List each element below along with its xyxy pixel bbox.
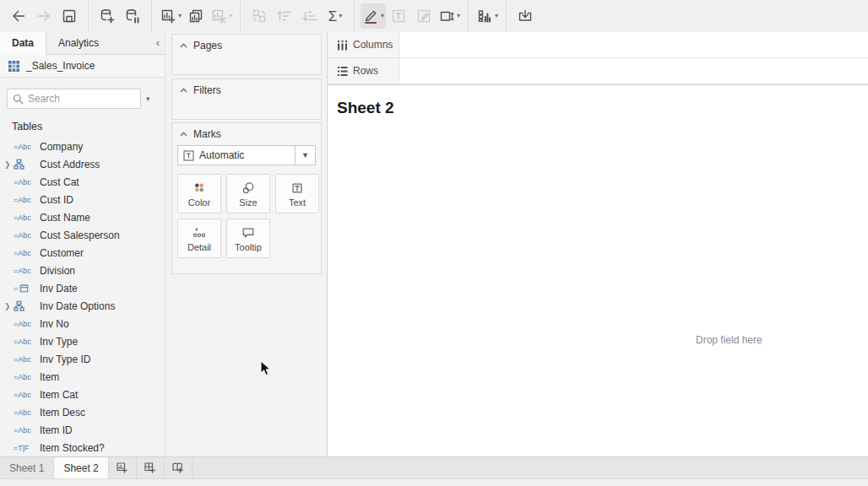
datasource-name: _Sales_Invoice: [26, 60, 95, 72]
rows-shelf[interactable]: Rows: [328, 58, 868, 84]
color-marks-icon: [192, 181, 207, 196]
field-item-cust-name[interactable]: =AbcCust Name: [0, 208, 165, 226]
field-name: Item Cat: [40, 389, 78, 401]
field-name: Item: [40, 371, 59, 383]
field-name: Cust Name: [40, 212, 90, 224]
mark-type-caret[interactable]: ▼: [295, 146, 315, 165]
field-item-cust-id[interactable]: =AbcCust ID: [0, 191, 165, 208]
field-item-inv-type-id[interactable]: =AbcInv Type ID: [0, 350, 165, 368]
columns-shelf[interactable]: Columns: [328, 32, 868, 58]
new-worksheet-button[interactable]: ▾: [158, 3, 183, 29]
detail-marks-icon: [192, 225, 207, 240]
bottom-strip: [0, 478, 868, 486]
format-button[interactable]: [411, 3, 437, 29]
text-mark-type-icon: [183, 150, 194, 161]
mark-type-value: Automatic: [199, 149, 244, 161]
field-item-inv-type[interactable]: =AbcInv Type: [0, 332, 165, 350]
sort-descending-button[interactable]: [297, 3, 323, 29]
color-button[interactable]: Color: [177, 174, 221, 213]
back-button[interactable]: [6, 3, 31, 29]
swap-rows-columns-button[interactable]: [247, 3, 272, 29]
cards-panel: Pages Filters Marks Automatic ▼ ColorSiz…: [165, 32, 328, 456]
hierarchy-icon: [14, 159, 40, 170]
field-item-cust-salesperson[interactable]: =AbcCust Salesperson: [0, 226, 165, 244]
calc-bool-icon: =T|F: [14, 444, 40, 452]
field-item-inv-no[interactable]: =AbcInv No: [0, 315, 165, 332]
forward-button[interactable]: [31, 3, 57, 29]
new-data-source-button[interactable]: [95, 3, 120, 29]
save-button[interactable]: [57, 3, 82, 29]
clear-sheet-button[interactable]: ▾: [209, 3, 234, 29]
datasource-item[interactable]: _Sales_Invoice: [0, 55, 165, 78]
calc-string-icon: =Abc: [14, 178, 40, 186]
field-name: Inv Type ID: [40, 354, 90, 365]
calc-string-icon: =Abc: [14, 373, 40, 381]
tab-analytics[interactable]: Analytics: [46, 32, 111, 54]
sheet-tab-sheet-1[interactable]: Sheet 1: [0, 457, 54, 478]
rows-drop-zone[interactable]: [399, 58, 868, 84]
field-item-division[interactable]: =AbcDivision: [0, 262, 165, 279]
new-story-button[interactable]: [165, 457, 193, 478]
filters-card[interactable]: Filters: [171, 78, 322, 120]
field-name: Inv Type: [40, 336, 78, 348]
tab-data[interactable]: Data: [0, 32, 46, 55]
duplicate-sheet-button[interactable]: [183, 3, 209, 29]
size-button[interactable]: Size: [226, 174, 270, 213]
field-item-cust-address[interactable]: ❯Cust Address: [0, 155, 165, 173]
field-item-item-stocked[interactable]: =T|FItem Stocked?: [0, 439, 165, 456]
totals-sigma-icon: Σ: [328, 9, 338, 24]
search-options-caret[interactable]: ▾: [146, 94, 150, 103]
sheet-tab-bar: Sheet 1Sheet 2: [0, 456, 868, 478]
calc-date-icon: =: [14, 284, 40, 293]
text-button[interactable]: Text: [275, 174, 319, 213]
expand-chevron-icon[interactable]: ❯: [4, 302, 14, 310]
toolbar-group: ▾▾: [354, 0, 468, 32]
field-item-customer[interactable]: =AbcCustomer: [0, 244, 165, 262]
tooltip-button[interactable]: Tooltip: [226, 219, 270, 258]
columns-icon: [337, 40, 348, 51]
rows-icon: [337, 66, 348, 77]
search-box[interactable]: [7, 89, 141, 109]
field-item-item[interactable]: =AbcItem: [0, 368, 165, 386]
filters-card-label: Filters: [193, 84, 221, 96]
field-item-inv-date-options[interactable]: ❯Inv Date Options: [0, 297, 165, 315]
field-item-item-id[interactable]: =AbcItem ID: [0, 421, 165, 439]
sheet-tab-sheet-2[interactable]: Sheet 2: [54, 457, 108, 478]
calc-string-icon: =Abc: [14, 355, 40, 364]
mark-type-dropdown[interactable]: Automatic ▼: [177, 145, 316, 165]
field-item-item-cat[interactable]: =AbcItem Cat: [0, 386, 165, 403]
save-icon: [61, 8, 78, 24]
columns-drop-zone[interactable]: [399, 32, 868, 57]
show-me-button[interactable]: ▾: [475, 3, 500, 29]
new-worksheet-button[interactable]: [109, 457, 137, 478]
totals-button[interactable]: Σ▾: [323, 3, 348, 29]
new-worksheet-icon: [160, 8, 176, 24]
pause-auto-updates-button[interactable]: [120, 3, 145, 29]
field-item-company[interactable]: =AbcCompany: [0, 138, 165, 155]
caret-down-icon: ▾: [495, 13, 498, 19]
detail-button[interactable]: Detail: [177, 219, 221, 258]
expand-chevron-icon[interactable]: ❯: [4, 160, 14, 169]
sort-ascending-button[interactable]: [272, 3, 297, 29]
worksheet-canvas: Columns Rows Sheet 2 Drop field here: [328, 32, 868, 456]
pages-card-label: Pages: [193, 40, 222, 51]
field-name: Inv No: [40, 318, 69, 330]
presentation-mode-button[interactable]: [513, 3, 538, 29]
field-item-inv-date[interactable]: =Inv Date: [0, 279, 165, 297]
tables-header: Tables: [12, 121, 165, 132]
highlight-button[interactable]: ▾: [361, 3, 386, 29]
show-mark-labels-button[interactable]: [386, 3, 411, 29]
field-item-cust-cat[interactable]: =AbcCust Cat: [0, 173, 165, 191]
collapse-pane-button[interactable]: ‹: [156, 36, 160, 49]
calc-string-icon: =Abc: [14, 338, 40, 346]
calc-string-icon: =Abc: [14, 391, 40, 399]
pages-card[interactable]: Pages: [171, 34, 322, 75]
sheet-area[interactable]: Sheet 2 Drop field here: [328, 84, 868, 455]
field-item-item-desc[interactable]: =AbcItem Desc: [0, 403, 165, 421]
presentation-download-icon: [517, 8, 534, 24]
drop-field-hint: Drop field here: [696, 334, 762, 346]
size-marks-icon: [241, 181, 256, 196]
fit-button[interactable]: ▾: [437, 3, 462, 29]
new-dashboard-button[interactable]: [137, 457, 165, 478]
search-input[interactable]: [28, 93, 121, 105]
